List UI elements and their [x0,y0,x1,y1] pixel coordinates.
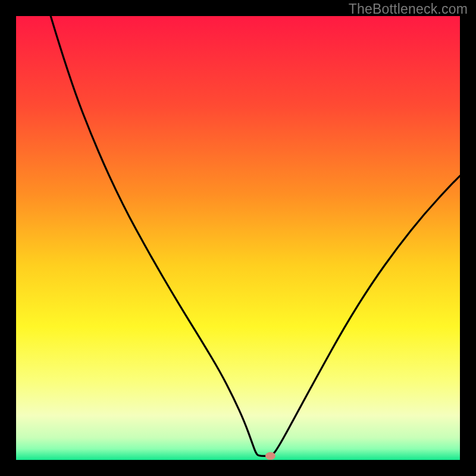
watermark-label: TheBottleneck.com [349,1,468,17]
bottleneck-marker [265,452,275,460]
chart-background [16,16,460,460]
bottleneck-chart [16,16,460,460]
